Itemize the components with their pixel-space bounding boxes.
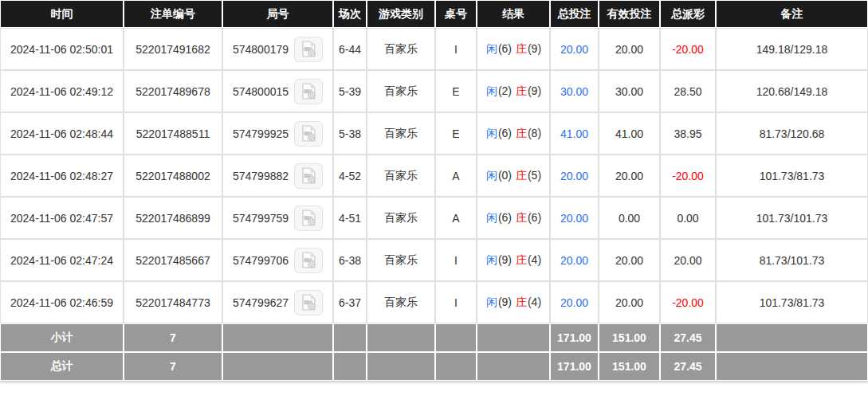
subtotal-label: 小计 [0,323,124,352]
cell-valid-bet: 20.00 [599,281,660,323]
cell-game-type: 百家乐 [367,281,435,323]
round-id-wrap: 574800015 [233,79,323,104]
column-header-bet-id: 注单编号 [124,0,222,28]
table-footer: 小计 7 171.00 151.00 27.45 总计 7 171.00 151… [0,323,868,381]
cell-total-bet: 20.00 [550,155,599,197]
column-header-session: 场次 [333,0,367,28]
cell-game-type: 百家乐 [367,155,435,197]
cell-session: 6-44 [333,28,367,70]
cell-round-id: 574799759 [222,197,333,239]
cell-result: 闲(6) 庄(6) [477,197,550,239]
round-id-value: 574799925 [233,127,289,140]
video-replay-button[interactable] [294,290,323,315]
player-result-label: 闲 [485,296,498,308]
grand-total-empty-cell [222,352,333,381]
cell-payout: 28.50 [660,70,716,112]
banker-result-label: 庄 [515,296,528,308]
banker-result-score: (9) [528,42,541,55]
subtotal-count: 7 [124,323,222,352]
video-icon [299,82,318,100]
cell-payout: 20.00 [660,239,716,281]
cell-total-bet: 20.00 [550,239,599,281]
cell-payout: -20.00 [660,28,716,70]
cell-bet-id: 522017488511 [124,112,222,155]
grand-total-label: 总计 [0,352,124,381]
banker-result-score: (5) [528,169,541,182]
banker-result-score: (9) [528,84,541,97]
table-row: 2024-11-06 02:49:12522017489678574800015… [0,70,868,112]
subtotal-empty-cell [367,323,435,352]
subtotal-empty-cell [477,323,550,352]
cell-table-no: A [435,197,477,239]
cell-remark: 101.73/81.73 [716,281,868,323]
cell-round-id: 574799882 [222,155,333,197]
table-row: 2024-11-06 02:48:27522017488002574799882… [0,155,868,197]
cell-game-type: 百家乐 [367,112,435,155]
cell-payout: 38.95 [660,112,716,155]
table-row: 2024-11-06 02:48:44522017488511574799925… [0,112,868,155]
cell-valid-bet: 41.00 [599,112,660,155]
cell-time: 2024-11-06 02:48:27 [0,155,124,197]
cell-result: 闲(6) 庄(8) [477,112,550,155]
subtotal-valid-bet: 151.00 [599,323,660,352]
grand-total-empty-cell [477,352,550,381]
cell-result: 闲(9) 庄(4) [477,281,550,323]
video-icon [299,166,318,185]
video-replay-button[interactable] [294,163,323,189]
cell-session: 6-38 [333,239,367,281]
video-replay-button[interactable] [294,248,323,273]
subtotal-empty-cell [435,323,477,352]
video-replay-button[interactable] [294,206,323,231]
video-icon [299,124,318,143]
column-header-payout: 总派彩 [660,0,716,28]
grand-total-payout: 27.45 [660,352,716,381]
player-result-label: 闲 [485,169,498,182]
cell-total-bet: 20.00 [550,197,599,239]
grand-total-empty-cell [435,352,477,381]
player-result-score: (0) [498,169,512,182]
cell-round-id: 574799925 [222,112,333,155]
round-id-wrap: 574800179 [233,37,323,62]
cell-total-bet: 20.00 [550,28,599,70]
cell-remark: 81.73/120.68 [716,112,868,155]
subtotal-total-bet: 171.00 [550,323,599,352]
cell-total-bet: 30.00 [550,70,599,112]
round-id-wrap: 574799627 [233,290,323,315]
banker-result-score: (4) [528,253,541,266]
cell-valid-bet: 20.00 [599,239,660,281]
round-id-value: 574800015 [233,85,289,98]
column-header-valid-bet: 有效投注 [599,0,660,28]
cell-total-bet: 20.00 [550,281,599,323]
video-replay-button[interactable] [294,79,323,104]
cell-bet-id: 522017484773 [124,281,222,323]
player-result-label: 闲 [485,42,498,55]
bet-records-table: 时间 注单编号 局号 场次 游戏类别 桌号 结果 总投注 有效投注 总派彩 备注… [0,0,868,381]
cell-table-no: I [435,28,477,70]
banker-result-label: 庄 [515,253,528,266]
grand-total-valid-bet: 151.00 [599,352,660,381]
player-result-label: 闲 [485,84,498,97]
column-header-table-no: 桌号 [435,0,477,28]
cell-game-type: 百家乐 [367,70,435,112]
video-replay-button[interactable] [294,121,323,147]
column-header-round-id: 局号 [222,0,333,28]
grand-total-count: 7 [124,352,222,381]
subtotal-empty-cell [333,323,367,352]
video-replay-button[interactable] [294,37,323,62]
banker-result-label: 庄 [515,84,528,97]
cell-time: 2024-11-06 02:47:57 [0,197,124,239]
cell-round-id: 574800179 [222,28,333,70]
cell-remark: 149.18/129.18 [716,28,868,70]
grand-total-empty-cell [333,352,367,381]
grand-total-row: 总计 7 171.00 151.00 27.45 [0,352,868,381]
cell-valid-bet: 0.00 [599,197,660,239]
subtotal-row: 小计 7 171.00 151.00 27.45 [0,323,868,352]
cell-session: 5-38 [333,112,367,155]
cell-time: 2024-11-06 02:48:44 [0,112,124,155]
round-id-value: 574799627 [233,296,289,309]
round-id-value: 574799706 [233,254,289,267]
player-result-score: (2) [498,84,512,97]
cell-table-no: E [435,70,477,112]
cell-valid-bet: 30.00 [599,70,660,112]
table-row: 2024-11-06 02:47:57522017486899574799759… [0,197,868,239]
